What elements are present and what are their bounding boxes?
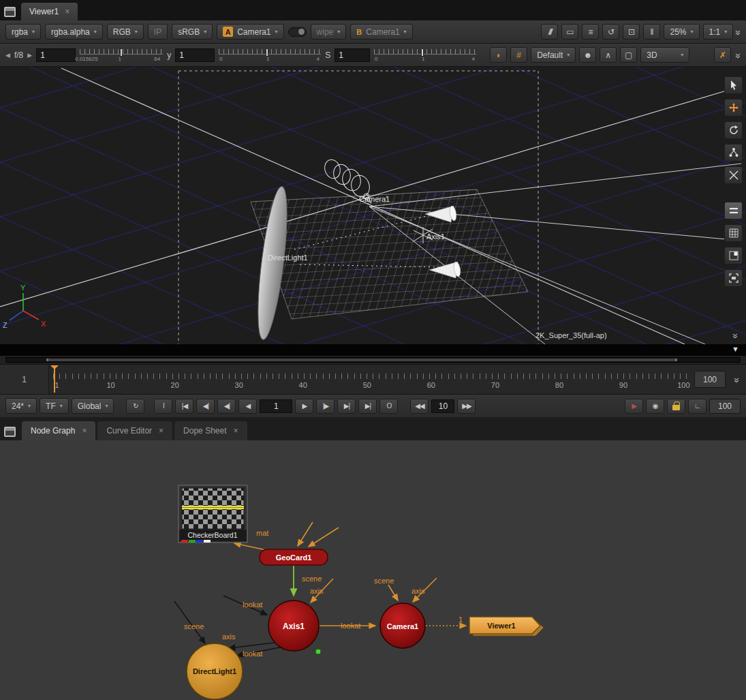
guides-dropdown[interactable]: Default ▾ — [531, 47, 576, 63]
layout-bars-button[interactable] — [724, 202, 743, 219]
toolbar2-overflow-icon[interactable]: » — [734, 53, 743, 57]
caret-icon: ▾ — [690, 29, 693, 35]
select-tool-button[interactable] — [724, 76, 743, 94]
disable-selection-icon[interactable]: ✗ — [714, 47, 731, 63]
frame-prev-icon[interactable]: ◀ — [5, 52, 10, 59]
loop-mode-button[interactable]: ↻ — [126, 399, 144, 414]
timeline-ticks — [53, 374, 687, 379]
viewer-3d-viewport[interactable]: Camera1 Axis1 DirectLight1 2K_Super_35(f… — [0, 67, 746, 344]
timeline-range-handle[interactable] — [46, 359, 677, 361]
play-backward-button[interactable]: ◀ — [238, 399, 257, 414]
play-button[interactable]: ▶ — [295, 399, 313, 414]
gamma-slider[interactable]: 0 1 4 — [219, 47, 321, 63]
pane-layout-icon[interactable] — [4, 427, 16, 437]
step-back-button[interactable]: ◀| — [217, 399, 236, 414]
go-to-end-button[interactable]: ▶| — [358, 399, 377, 414]
node-geocard[interactable]: GeoCard1 — [260, 549, 328, 565]
stereo-modes-icon[interactable]: ◗ — [490, 47, 507, 63]
input-process-button[interactable]: IP — [148, 24, 168, 40]
input-b-dropdown[interactable]: B Camera1 ▾ — [350, 24, 412, 40]
monitor-out-icon[interactable]: ▭ — [561, 24, 578, 40]
set-out-button[interactable]: O — [379, 399, 398, 414]
tab-close-icon[interactable]: × — [234, 427, 238, 435]
pane-layout-icon[interactable] — [4, 7, 16, 17]
node-graph-panel[interactable]: CheckerBoard1 GeoCard1 Axis1 Camera1 — [0, 440, 746, 700]
tab-viewer1[interactable]: Viewer1 × — [21, 3, 78, 20]
viewer-timeline-divider[interactable]: ▼ — [0, 344, 746, 356]
wipe-toggle[interactable] — [288, 27, 307, 37]
node-directlight[interactable]: DirectLight1 — [187, 643, 243, 699]
record-button[interactable]: ◉ — [646, 399, 664, 414]
jump-back-button[interactable]: ◀◀ — [410, 399, 429, 414]
guides-grid-icon[interactable]: # — [510, 47, 527, 63]
output-corner-button[interactable]: ∟ — [688, 399, 706, 414]
frame-next-icon[interactable]: ▶ — [27, 52, 32, 59]
wipe-dropdown[interactable]: wipe ▾ — [311, 24, 347, 40]
buffer-list-icon[interactable]: ≡ — [582, 24, 599, 40]
prev-keyframe-button[interactable]: ◀| — [196, 399, 215, 414]
node-viewer[interactable]: Viewer1 — [469, 617, 544, 636]
node-axis[interactable]: Axis1 — [268, 600, 319, 651]
roi-icon[interactable]: ▢ — [620, 47, 637, 63]
expand-axes-button[interactable] — [724, 166, 743, 184]
display-channels-dropdown[interactable]: RGB ▾ — [107, 24, 144, 40]
viewport-format-label: 2K_Super_35(full-ap) — [535, 331, 607, 339]
viewport-overflow-icon[interactable]: » — [731, 333, 741, 337]
channels-dropdown[interactable]: rgba ▾ — [5, 24, 41, 40]
frame-view-button[interactable] — [724, 269, 743, 287]
set-in-button[interactable]: I — [154, 399, 172, 414]
frame-range-dropdown[interactable]: Global ▾ — [72, 398, 114, 414]
timeline-overflow-icon[interactable]: » — [732, 378, 742, 382]
saturation-input[interactable] — [335, 48, 370, 62]
tab-dope-sheet[interactable]: Dope Sheet × — [174, 421, 247, 440]
gate-display-icon[interactable]: ⊡ — [623, 24, 640, 40]
next-keyframe-button[interactable]: ▶| — [337, 399, 356, 414]
node-directlight-label: DirectLight1 — [193, 667, 236, 675]
lighting-icon[interactable]: ∧ — [600, 47, 617, 63]
gain-slider[interactable]: 0.015625 1 64 — [80, 47, 163, 63]
scene-connections[interactable] — [234, 522, 466, 626]
input-a-dropdown[interactable]: A Camera1 ▾ — [217, 24, 283, 40]
tab-close-icon[interactable]: × — [82, 427, 87, 435]
tf-dropdown[interactable]: TF ▾ — [40, 398, 69, 414]
current-frame-input[interactable] — [260, 399, 292, 413]
timeline-range-track[interactable] — [5, 357, 741, 363]
scene-graph-button[interactable] — [724, 144, 743, 162]
lock-range-button[interactable] — [667, 399, 685, 414]
jump-forward-button[interactable]: ▶▶ — [457, 399, 476, 414]
node-checkerboard[interactable]: CheckerBoard1 — [178, 485, 247, 543]
timeline-end-frame-box[interactable]: 100 — [694, 371, 726, 388]
pause-icon[interactable]: ‖ — [643, 24, 660, 40]
layer-value: rgba.alpha — [51, 27, 90, 37]
timeline-ruler[interactable]: 1 10 20 30 40 50 60 70 80 90 100 — [53, 365, 687, 394]
playback-end-frame-box[interactable]: 100 — [709, 399, 741, 414]
tab-close-icon[interactable]: × — [65, 7, 69, 16]
fstop-label[interactable]: f/8 — [14, 50, 23, 60]
tab-curve-editor[interactable]: Curve Editor × — [97, 421, 172, 440]
toolbar-overflow-icon[interactable]: » — [734, 30, 743, 34]
gain-input[interactable] — [36, 48, 76, 62]
go-to-start-button[interactable]: |◀ — [175, 399, 193, 414]
tab-node-graph[interactable]: Node Graph × — [22, 421, 95, 440]
fps-dropdown[interactable]: 24* ▾ — [5, 398, 37, 414]
layer-dropdown[interactable]: rgba.alpha ▾ — [45, 24, 103, 40]
layout-grid-button[interactable] — [724, 224, 743, 242]
proxy-ratio-dropdown[interactable]: 1:1 ▾ — [703, 24, 734, 40]
occlusion-head-icon[interactable]: ☻ — [579, 47, 596, 63]
proxy-stripes-icon[interactable]: /// — [541, 24, 558, 40]
step-forward-button[interactable]: |▶ — [316, 399, 335, 414]
rotate-tool-button[interactable] — [724, 121, 743, 139]
frame-increment-input[interactable] — [431, 399, 454, 413]
translate-tool-button[interactable] — [724, 99, 743, 117]
collapse-triangle-icon[interactable]: ▼ — [732, 345, 739, 353]
node-camera[interactable]: Camera1 — [380, 603, 425, 648]
refresh-icon[interactable]: ↺ — [602, 24, 619, 40]
saturation-slider[interactable]: 0 1 4 — [374, 47, 476, 63]
colorspace-dropdown[interactable]: sRGB ▾ — [172, 24, 213, 40]
split-view-button[interactable] — [724, 247, 743, 264]
zoom-dropdown[interactable]: 25% ▾ — [664, 24, 699, 40]
flipbook-play-button[interactable]: ▶ — [625, 399, 643, 414]
gamma-input[interactable] — [175, 48, 215, 62]
view-mode-dropdown[interactable]: 3D ▾ — [640, 47, 689, 63]
tab-close-icon[interactable]: × — [159, 427, 164, 435]
